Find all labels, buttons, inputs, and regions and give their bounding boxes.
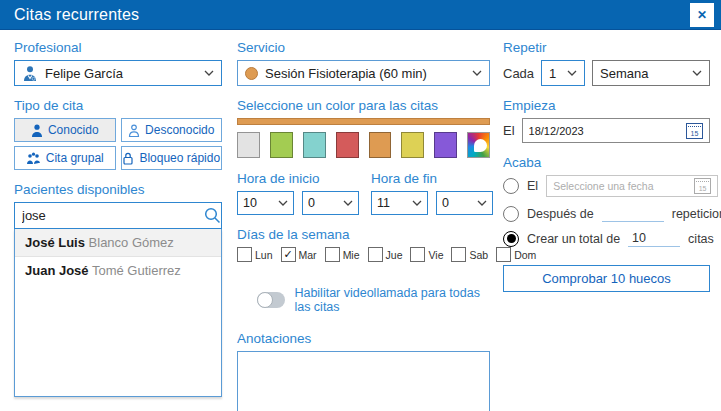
despues-prefix: Después de <box>527 207 594 221</box>
checkbox-mar[interactable]: ✓ <box>281 247 296 262</box>
checkbox-mie[interactable] <box>325 247 340 262</box>
patient-first-name: Juan José <box>25 263 89 278</box>
patient-row[interactable]: Juan José Tomé Gutierrez <box>15 257 221 284</box>
day-label: Mie <box>343 249 360 261</box>
day-item: ✓Mar <box>281 247 317 262</box>
day-item: Sab <box>451 247 488 262</box>
checkbox-vie[interactable] <box>410 247 425 262</box>
calendar-icon[interactable]: 15 <box>694 178 711 194</box>
patient-search-input[interactable] <box>22 208 198 223</box>
repeticiones-input[interactable] <box>602 205 664 222</box>
hora-fin-min-select[interactable]: 0 <box>436 191 493 215</box>
day-item: Mie <box>325 247 360 262</box>
desconocido-label: Desconocido <box>145 123 214 137</box>
profesional-label: Profesional <box>14 40 222 55</box>
search-icon[interactable] <box>204 207 221 224</box>
color-swatch[interactable] <box>270 132 293 158</box>
total-citas-input[interactable] <box>628 230 680 247</box>
color-swatch[interactable] <box>336 132 359 158</box>
checkbox-sab[interactable] <box>451 247 466 262</box>
day-label: Mar <box>299 249 317 261</box>
dias-semana-checkboxes: Lun ✓Mar Mie Jue Vie Sab Dom <box>237 247 490 262</box>
color-swatch[interactable] <box>237 132 260 158</box>
patient-first-name: José Luis <box>25 235 85 250</box>
cita-grupal-button[interactable]: Cita grupal <box>14 146 116 170</box>
chevron-down-icon <box>278 200 288 206</box>
color-swatch[interactable] <box>369 132 392 158</box>
anotaciones-label: Anotaciones <box>237 331 490 346</box>
checkbox-jue[interactable] <box>368 247 383 262</box>
radio-despues[interactable] <box>503 206 519 222</box>
servicio-value: Sesión Fisioterapia (60 min) <box>265 66 465 81</box>
close-button[interactable]: ✕ <box>690 3 714 27</box>
periodo-select[interactable]: Semana <box>592 60 710 86</box>
toggle-knob <box>257 292 273 308</box>
hora-section: Hora de inicio 10 0 Hora de fin 11 <box>237 171 490 215</box>
left-column: Profesional Felipe García Tipo de cita C… <box>14 40 222 397</box>
color-section-label: Seleccione un color para las citas <box>237 98 490 113</box>
patient-last-name: Tomé Gutierrez <box>89 263 181 278</box>
hora-inicio-min-select[interactable]: 0 <box>302 191 359 215</box>
selected-color-bar <box>237 118 490 125</box>
videollamada-toggle[interactable] <box>257 292 285 308</box>
palette-icon[interactable] <box>467 132 490 158</box>
bloqueo-rapido-label: Bloqueo rápido <box>139 151 220 165</box>
cada-label: Cada <box>503 66 534 81</box>
servicio-select[interactable]: Sesión Fisioterapia (60 min) <box>237 60 490 86</box>
acaba-option-total: Crear un total de citas <box>503 230 710 247</box>
radio-el[interactable] <box>503 178 519 194</box>
day-item: Vie <box>410 247 443 262</box>
despues-suffix: repeticiones <box>672 207 721 221</box>
color-swatch[interactable] <box>401 132 424 158</box>
profesional-select[interactable]: Felipe García <box>14 60 222 86</box>
bloqueo-rapido-button[interactable]: Bloqueo rápido <box>121 146 223 170</box>
servicio-label: Servicio <box>237 40 490 55</box>
conocido-button[interactable]: Conocido <box>14 118 116 142</box>
videollamada-label: Habilitar videollamada para todas las ci… <box>294 286 490 314</box>
acaba-label: Acaba <box>503 155 710 170</box>
chevron-down-icon <box>477 200 487 206</box>
close-icon: ✕ <box>697 8 707 22</box>
color-swatch[interactable] <box>303 132 326 158</box>
patient-last-name: Blanco Gómez <box>85 235 174 250</box>
hora-inicio-hour-select[interactable]: 10 <box>237 191 294 215</box>
checkbox-lun[interactable] <box>237 247 252 262</box>
hora-fin-min-value: 0 <box>442 196 470 210</box>
chevron-down-icon <box>692 70 702 76</box>
profesional-value: Felipe García <box>45 66 197 81</box>
radio-total[interactable] <box>503 231 519 247</box>
hora-inicio-min-value: 0 <box>308 196 336 210</box>
day-label: Vie <box>428 249 443 261</box>
dialog-title: Citas recurrentes <box>14 6 139 24</box>
acaba-date-input[interactable] <box>553 180 688 192</box>
service-color-dot <box>245 67 258 80</box>
calendar-day-number: 15 <box>699 185 707 193</box>
pacientes-label: Pacientes disponibles <box>14 182 222 197</box>
cada-select[interactable]: 1 <box>541 60 585 86</box>
empieza-date-input[interactable] <box>529 125 680 137</box>
day-label: Lun <box>255 249 273 261</box>
hora-inicio-label: Hora de inicio <box>237 171 359 186</box>
calendar-icon[interactable]: 15 <box>686 123 703 139</box>
calendar-day-number: 15 <box>691 130 699 138</box>
cita-grupal-label: Cita grupal <box>46 151 104 165</box>
chevron-down-icon <box>412 200 422 206</box>
hora-fin-hour-value: 11 <box>377 196 405 210</box>
comprobar-huecos-button[interactable]: Comprobar 10 huecos <box>503 265 710 292</box>
cada-value: 1 <box>549 66 560 81</box>
color-swatch[interactable] <box>434 132 457 158</box>
day-label: Sab <box>469 249 488 261</box>
right-column: Repetir Cada 1 Semana Empieza El 15 Acab… <box>503 40 710 292</box>
tipo-cita-buttons: Conocido Desconocido Cita grupal Bloqueo… <box>14 118 222 170</box>
patient-row[interactable]: José Luis Blanco Gómez <box>15 229 221 257</box>
anotaciones-textarea[interactable] <box>237 351 490 411</box>
dias-semana-label: Días de la semana <box>237 227 490 242</box>
chevron-down-icon <box>343 200 353 206</box>
repetir-label: Repetir <box>503 40 710 55</box>
hora-fin-hour-select[interactable]: 11 <box>371 191 428 215</box>
day-item: Jue <box>368 247 403 262</box>
chevron-down-icon <box>204 70 214 76</box>
patient-list: José Luis Blanco Gómez Juan José Tomé Gu… <box>14 229 222 397</box>
desconocido-button[interactable]: Desconocido <box>121 118 223 142</box>
chevron-down-icon <box>567 70 577 76</box>
